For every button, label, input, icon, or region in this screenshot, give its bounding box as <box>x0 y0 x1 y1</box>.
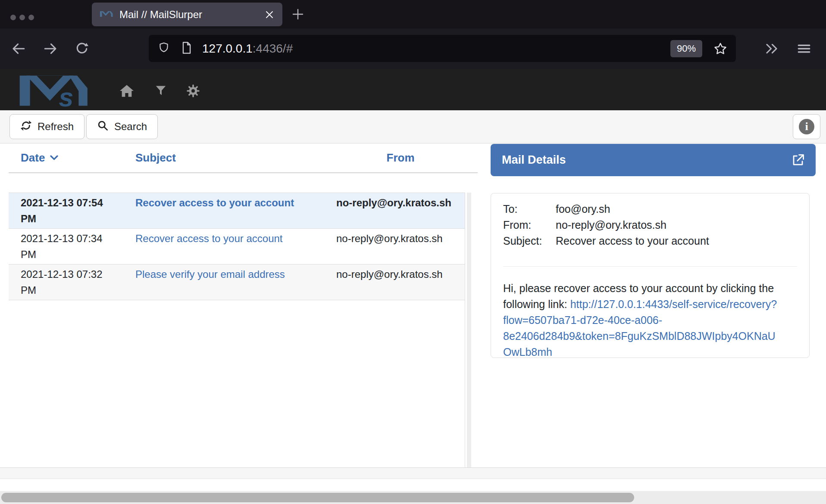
mail-details-header: Mail Details <box>491 144 816 176</box>
mail-date: 2021-12-13 07:34 PM <box>9 230 116 262</box>
url-host: 127.0.0.1 <box>202 42 253 55</box>
mailslurper-navbar: s <box>0 69 826 110</box>
refresh-button-label: Refresh <box>38 121 74 133</box>
column-header-date[interactable]: Date <box>9 151 116 165</box>
window-control-dot[interactable] <box>19 15 25 20</box>
mail-row[interactable]: 2021-12-13 07:34 PM Recover access to yo… <box>9 228 465 264</box>
mail-from: no-reply@ory.kratos.sh <box>336 230 465 262</box>
tab-favicon-mailslurper-icon <box>100 10 113 19</box>
external-link-icon[interactable] <box>792 154 804 167</box>
field-subject-value: Recover access to your account <box>556 233 709 249</box>
sort-chevron-down-icon <box>50 155 58 161</box>
mail-from: no-reply@ory.kratos.sh <box>336 266 465 298</box>
mail-date: 2021-12-13 07:32 PM <box>9 266 116 298</box>
mail-subject-link[interactable]: Recover access to your account <box>135 233 283 244</box>
new-tab-plus-icon[interactable] <box>291 8 304 21</box>
window-control-dot[interactable] <box>28 15 34 20</box>
shield-icon[interactable] <box>157 41 170 56</box>
action-toolbar: Refresh Search i <box>0 110 826 143</box>
column-date-label: Date <box>21 151 45 165</box>
mail-subject-link[interactable]: Recover access to your account <box>135 197 294 208</box>
refresh-icon <box>20 120 32 134</box>
mail-row[interactable]: 2021-12-13 07:32 PM Please verify your e… <box>9 264 465 300</box>
mail-from: no-reply@ory.kratos.sh <box>336 195 465 227</box>
search-icon <box>97 120 109 134</box>
search-button-label: Search <box>114 121 147 133</box>
gear-icon[interactable] <box>186 84 200 98</box>
card-divider <box>503 266 797 267</box>
refresh-button[interactable]: Refresh <box>9 114 84 139</box>
url-suffix: :4436/# <box>253 42 293 55</box>
field-to: To: foo@ory.sh <box>503 201 797 217</box>
browser-nav-toolbar: 127.0.0.1:4436/# 90% <box>0 28 826 69</box>
field-to-value: foo@ory.sh <box>556 201 610 217</box>
screenshot-root: Mail // MailSlurper <box>0 0 826 504</box>
info-circle-icon: i <box>799 119 814 134</box>
field-from-label: From: <box>503 217 556 233</box>
mail-subject-link[interactable]: Please verify your email address <box>135 268 285 280</box>
main-content: Date Subject From 2021-12-13 07:54 PM Re… <box>0 143 826 467</box>
column-header-from: From <box>336 151 465 165</box>
mail-body: Hi, please recover access to your accoun… <box>503 280 779 360</box>
forward-icon[interactable] <box>43 41 58 56</box>
browser-tab[interactable]: Mail // MailSlurper <box>92 3 282 26</box>
field-to-label: To: <box>503 201 556 217</box>
reload-icon[interactable] <box>75 41 89 56</box>
url-bar[interactable]: 127.0.0.1:4436/# 90% <box>149 35 736 62</box>
back-icon[interactable] <box>11 41 26 56</box>
horizontal-scrollbar-track <box>0 491 826 504</box>
mail-details-title: Mail Details <box>502 153 566 167</box>
zoom-level-badge[interactable]: 90% <box>670 40 702 57</box>
tab-close-icon[interactable] <box>264 9 275 20</box>
browser-tab-bar: Mail // MailSlurper <box>0 0 826 28</box>
mail-row-selected[interactable]: 2021-12-13 07:54 PM Recover access to yo… <box>9 193 465 228</box>
mail-list: 2021-12-13 07:54 PM Recover access to yo… <box>9 193 465 300</box>
mail-subject: Recover access to your account <box>116 195 336 227</box>
list-vertical-scrollbar-track <box>467 193 471 467</box>
svg-text:s: s <box>59 82 73 107</box>
tab-title: Mail // MailSlurper <box>119 9 202 21</box>
url-text: 127.0.0.1:4436/# <box>202 42 293 56</box>
mailslurper-logo[interactable]: s <box>11 72 97 109</box>
mail-subject: Recover access to your account <box>116 230 336 262</box>
bookmark-star-icon[interactable] <box>713 42 727 56</box>
mail-date: 2021-12-13 07:54 PM <box>9 195 116 227</box>
overflow-chevrons-icon[interactable] <box>764 41 779 56</box>
filter-funnel-icon[interactable] <box>154 84 167 97</box>
field-from-value: no-reply@ory.kratos.sh <box>556 217 666 233</box>
column-header-subject: Subject <box>116 151 336 165</box>
home-icon[interactable] <box>119 84 135 98</box>
field-subject: Subject: Recover access to your account <box>503 233 797 249</box>
mail-subject: Please verify your email address <box>116 266 336 298</box>
window-control-dot[interactable] <box>10 15 16 20</box>
horizontal-scrollbar-thumb[interactable] <box>1 493 634 502</box>
info-button[interactable]: i <box>793 114 820 139</box>
search-button[interactable]: Search <box>86 114 158 139</box>
footer-strip <box>0 468 826 479</box>
mail-details-card: To: foo@ory.sh From: no-reply@ory.kratos… <box>491 193 810 358</box>
mail-list-header: Date Subject From <box>9 143 478 173</box>
list-panel-right-border <box>465 193 465 467</box>
field-subject-label: Subject: <box>503 233 556 249</box>
field-from: From: no-reply@ory.kratos.sh <box>503 217 797 233</box>
menu-hamburger-icon[interactable] <box>797 41 811 56</box>
page-info-icon[interactable] <box>181 41 193 56</box>
